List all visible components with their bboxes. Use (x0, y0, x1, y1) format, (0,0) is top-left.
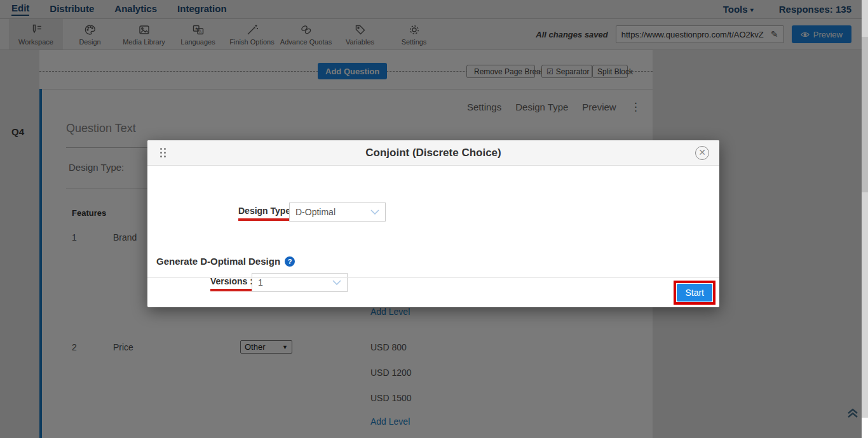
start-button[interactable]: Start (677, 284, 712, 302)
modal-header: Conjoint (Discrete Choice) ✕ (147, 140, 719, 166)
close-icon[interactable]: ✕ (695, 146, 709, 160)
start-button-highlight: Start (674, 281, 715, 305)
modal-title: Conjoint (Discrete Choice) (147, 147, 719, 159)
modal-footer: Start (147, 277, 719, 307)
design-type-dropdown[interactable]: D-Optimal (289, 202, 386, 222)
modal-body: Design Type D-Optimal Generate D-Optimal… (147, 166, 719, 277)
help-icon[interactable]: ? (285, 256, 295, 267)
generate-design-heading: Generate D-Optimal Design ? (156, 256, 295, 267)
scrollbar-thumb[interactable] (862, 37, 868, 192)
vertical-scrollbar[interactable] (862, 0, 868, 438)
scrollbar-corner (862, 418, 868, 438)
conjoint-modal: Conjoint (Discrete Choice) ✕ Design Type… (147, 140, 719, 307)
modal-design-type-label: Design Type (238, 206, 290, 221)
chevron-down-icon (370, 209, 379, 215)
